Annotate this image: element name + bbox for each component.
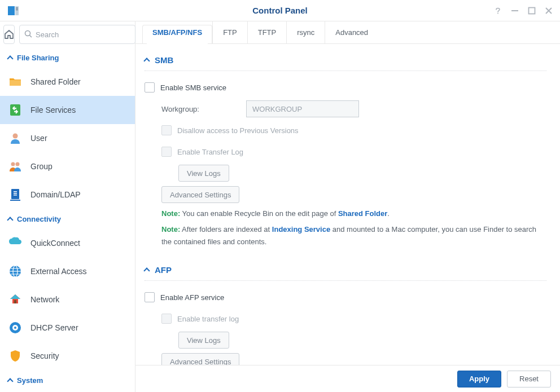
enable-afp-label: Enable AFP service bbox=[160, 293, 224, 302]
nav-external-access[interactable]: External Access bbox=[0, 257, 135, 285]
section-title-text: SMB bbox=[155, 55, 173, 65]
afp-transfer-log-checkbox bbox=[161, 314, 172, 324]
minimize-icon[interactable] bbox=[510, 6, 519, 15]
svg-point-5 bbox=[497, 12, 498, 14]
nav-label: QuickConnect bbox=[30, 239, 80, 248]
nav-label: Security bbox=[30, 351, 59, 360]
svg-rect-10 bbox=[10, 80, 21, 86]
svg-rect-22 bbox=[14, 300, 16, 303]
svg-rect-3 bbox=[16, 8, 18, 9]
svg-rect-15 bbox=[11, 189, 19, 199]
tab-tftp[interactable]: TFTP bbox=[248, 21, 287, 43]
section-file-sharing[interactable]: File Sharing bbox=[0, 47, 135, 68]
svg-rect-4 bbox=[16, 10, 18, 10]
nav-file-services[interactable]: File Services bbox=[0, 96, 135, 124]
enable-smb-label: Enable SMB service bbox=[160, 83, 226, 92]
smb-note-2: Note: After folders are indexed at Index… bbox=[145, 223, 546, 248]
svg-rect-11 bbox=[10, 104, 20, 116]
reset-button[interactable]: Reset bbox=[507, 371, 551, 387]
section-afp-toggle[interactable]: AFP bbox=[145, 263, 546, 281]
tab-ftp[interactable]: FTP bbox=[213, 21, 248, 43]
maximize-icon[interactable] bbox=[527, 6, 536, 15]
transfer-log-label: Enable Transfer Log bbox=[177, 148, 243, 156]
chevron-up-icon bbox=[7, 217, 13, 223]
svg-rect-2 bbox=[16, 7, 18, 8]
smb-advanced-settings-button[interactable]: Advanced Settings bbox=[161, 186, 239, 203]
nav-network[interactable]: Network bbox=[0, 285, 135, 314]
chevron-up-icon bbox=[7, 55, 13, 61]
search-icon bbox=[24, 30, 32, 39]
svg-rect-0 bbox=[8, 6, 15, 15]
search-input[interactable] bbox=[36, 30, 130, 39]
svg-rect-16 bbox=[14, 191, 17, 192]
section-label: Connectivity bbox=[17, 215, 61, 223]
svg-line-9 bbox=[30, 35, 32, 37]
nav-label: DHCP Server bbox=[30, 323, 78, 332]
file-services-icon bbox=[8, 103, 23, 117]
indexing-service-link[interactable]: Indexing Service bbox=[272, 225, 330, 234]
svg-rect-17 bbox=[14, 193, 17, 194]
section-label: File Sharing bbox=[17, 54, 59, 62]
enable-smb-checkbox[interactable] bbox=[145, 82, 155, 93]
enable-afp-checkbox[interactable] bbox=[145, 292, 155, 302]
svg-point-13 bbox=[11, 162, 15, 166]
nav-security[interactable]: Security bbox=[0, 342, 135, 370]
chevron-up-icon bbox=[143, 268, 150, 274]
app-icon bbox=[7, 4, 20, 17]
svg-point-8 bbox=[25, 30, 30, 36]
section-label: System bbox=[17, 376, 43, 385]
afp-advanced-settings-button[interactable]: Advanced Settings bbox=[161, 353, 239, 365]
svg-rect-7 bbox=[529, 7, 535, 14]
svg-rect-18 bbox=[14, 195, 17, 196]
external-access-icon bbox=[8, 264, 23, 279]
chevron-up-icon bbox=[7, 378, 13, 384]
nav-group[interactable]: Group bbox=[0, 152, 135, 180]
nav-label: User bbox=[30, 134, 47, 143]
window-title: Control Panel bbox=[0, 6, 560, 15]
quickconnect-icon bbox=[8, 236, 23, 250]
view-logs-button[interactable]: View Logs bbox=[178, 165, 229, 182]
tab-rsync[interactable]: rsync bbox=[287, 21, 325, 43]
section-connectivity[interactable]: Connectivity bbox=[0, 209, 135, 229]
nav-label: Domain/LDAP bbox=[30, 190, 81, 199]
close-icon[interactable] bbox=[544, 6, 553, 15]
user-icon bbox=[8, 131, 23, 146]
section-system[interactable]: System bbox=[0, 370, 135, 390]
nav-label: Group bbox=[30, 162, 53, 171]
afp-view-logs-button[interactable]: View Logs bbox=[178, 332, 229, 349]
disallow-previous-versions-checkbox bbox=[161, 125, 172, 135]
disallow-label: Disallow access to Previous Versions bbox=[177, 126, 299, 135]
shared-folder-link[interactable]: Shared Folder bbox=[338, 209, 387, 218]
shared-folder-icon bbox=[8, 74, 23, 89]
smb-note-1: Note: You can enable Recycle Bin on the … bbox=[145, 208, 546, 220]
domain-ldap-icon bbox=[8, 187, 23, 202]
nav-shared-folder[interactable]: Shared Folder bbox=[0, 68, 135, 96]
apply-button[interactable]: Apply bbox=[457, 371, 501, 387]
nav-user[interactable]: User bbox=[0, 124, 135, 152]
chevron-up-icon bbox=[143, 58, 150, 64]
workgroup-input[interactable] bbox=[246, 100, 359, 117]
search-input-wrap[interactable] bbox=[19, 25, 135, 44]
afp-transfer-log-label: Enable transfer log bbox=[177, 315, 239, 323]
svg-point-12 bbox=[13, 134, 18, 139]
home-button[interactable] bbox=[3, 25, 15, 44]
section-title-text: AFP bbox=[155, 265, 172, 275]
tab-advanced[interactable]: Advanced bbox=[325, 21, 378, 43]
nav-label: Network bbox=[30, 295, 59, 304]
tab-smb-afp-nfs[interactable]: SMB/AFP/NFS bbox=[142, 21, 213, 43]
group-icon bbox=[8, 159, 23, 174]
enable-transfer-log-checkbox bbox=[161, 147, 172, 157]
security-icon bbox=[8, 349, 23, 363]
nav-quickconnect[interactable]: QuickConnect bbox=[0, 229, 135, 257]
nav-dhcp-server[interactable]: DHCP Server bbox=[0, 314, 135, 342]
section-smb-toggle[interactable]: SMB bbox=[145, 53, 546, 71]
network-icon bbox=[8, 292, 23, 307]
svg-point-14 bbox=[16, 162, 20, 166]
nav-label: File Services bbox=[30, 105, 76, 114]
svg-point-25 bbox=[14, 327, 16, 329]
help-icon[interactable] bbox=[493, 6, 502, 15]
nav-label: External Access bbox=[30, 267, 87, 276]
workgroup-label: Workgroup: bbox=[161, 105, 246, 113]
nav-domain-ldap[interactable]: Domain/LDAP bbox=[0, 180, 135, 209]
svg-rect-6 bbox=[511, 10, 518, 11]
